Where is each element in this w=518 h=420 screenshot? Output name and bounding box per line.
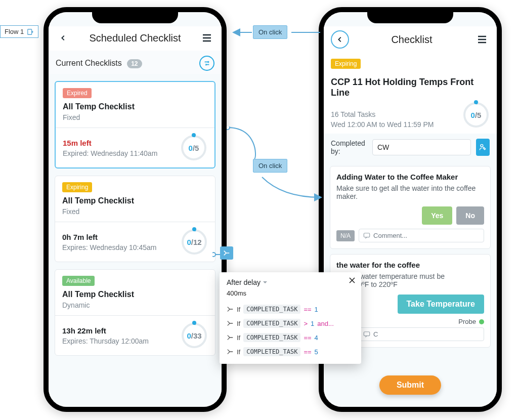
time-left: 15m left xyxy=(63,139,157,147)
svg-point-14 xyxy=(227,127,230,130)
user-edit-icon xyxy=(479,143,487,151)
condition-operator: > xyxy=(304,320,308,327)
condition-row[interactable]: If COMPLETED_TASK == 4 xyxy=(227,330,354,345)
comment-input[interactable]: C xyxy=(359,327,484,341)
task-card: Adding Water to the Coffee Maker Make su… xyxy=(330,166,491,249)
condition-variable: COMPLETED_TASK xyxy=(243,305,300,314)
checklist-title: CCP 11 Hot Holding Temps Front Line xyxy=(331,77,490,98)
submit-button[interactable]: Submit xyxy=(379,375,441,395)
chevron-left-icon xyxy=(60,34,67,41)
task-title: Adding Water to the Coffee Maker xyxy=(336,173,484,181)
comment-icon xyxy=(363,331,370,338)
annotation-on-click-top: On click xyxy=(253,25,287,39)
phone-notch xyxy=(92,11,178,23)
popover-title: After delay xyxy=(227,278,261,286)
close-icon xyxy=(349,277,356,284)
back-button[interactable] xyxy=(56,30,71,46)
phone-scheduled-checklist: Scheduled Checklist Current Checklists 1… xyxy=(44,7,227,412)
condition-value: 1 xyxy=(311,320,314,327)
yes-button[interactable]: Yes xyxy=(422,206,452,225)
expires-text: Expires: Thursday 12:00am xyxy=(62,337,149,345)
sliders-icon xyxy=(203,60,210,67)
checklist-card[interactable]: Expiring All Temp Checklist Fixed 0h 7m … xyxy=(55,176,215,262)
checklist-card[interactable]: Expired All Temp Checklist Fixed 15m lef… xyxy=(55,81,215,169)
flow-exit-icon xyxy=(27,28,34,35)
branch-icon xyxy=(227,334,234,341)
card-title: All Temp Checklist xyxy=(63,102,207,111)
hamburger-menu-button[interactable] xyxy=(474,32,490,47)
expires-text: Expired: Wednesday 11:40am xyxy=(63,149,157,157)
completed-by-input[interactable] xyxy=(372,139,471,155)
svg-rect-10 xyxy=(364,233,369,237)
condition-operator: == xyxy=(304,306,311,313)
annotation-on-click-mid: On click xyxy=(253,159,287,173)
condition-row[interactable]: If COMPLETED_TASK == 5 xyxy=(227,345,354,359)
hamburger-icon xyxy=(477,35,487,44)
edit-user-button[interactable] xyxy=(476,139,490,156)
filter-button[interactable] xyxy=(199,56,214,71)
condition-row[interactable]: If COMPLETED_TASK > 1 and... xyxy=(227,316,354,330)
card-title: All Temp Checklist xyxy=(62,196,208,205)
phone-notch xyxy=(367,11,453,23)
close-button[interactable] xyxy=(347,275,357,285)
chevron-down-icon xyxy=(263,280,268,285)
completed-by-label: Completed by: xyxy=(331,139,367,155)
hamburger-menu-button[interactable] xyxy=(199,30,214,46)
condition-variable: COMPLETED_TASK xyxy=(243,319,300,328)
task-description: Make sure to get all the water into the … xyxy=(336,184,484,200)
progress-ring: 0/12 xyxy=(181,228,208,256)
condition-operator: == xyxy=(304,348,311,356)
take-temperature-button[interactable]: Take Temperature xyxy=(398,295,484,314)
comment-input[interactable]: Comment... xyxy=(359,229,484,242)
svg-rect-11 xyxy=(364,331,369,335)
status-badge: Available xyxy=(62,276,95,286)
comment-icon xyxy=(363,232,370,239)
probe-label: Probe xyxy=(458,318,476,325)
branch-icon xyxy=(223,249,230,257)
condition-and: and... xyxy=(317,320,334,327)
page-title: Scheduled Checklist xyxy=(89,32,181,44)
branch-icon xyxy=(227,320,234,327)
status-badge: Expiring xyxy=(331,59,361,69)
section-heading: Current Checklists 12 xyxy=(56,59,142,68)
branch-connector-badge[interactable] xyxy=(220,246,233,260)
flow-label[interactable]: Flow 1 xyxy=(0,25,38,38)
svg-point-9 xyxy=(481,144,483,147)
checklist-card[interactable]: Available All Temp Checklist Dynamic 13h… xyxy=(55,269,215,356)
status-badge: Expired xyxy=(63,88,92,98)
condition-operator: == xyxy=(304,334,311,342)
na-button[interactable]: N/A xyxy=(336,230,355,241)
condition-variable: COMPLETED_TASK xyxy=(243,347,300,356)
progress-ring: 0/33 xyxy=(181,322,208,349)
card-subtitle: Dynamic xyxy=(62,301,208,309)
delay-popover: After delay 400ms If COMPLETED_TASK == 1… xyxy=(220,272,361,364)
task-title: the water for the coffee xyxy=(336,261,484,269)
chevron-left-icon xyxy=(336,36,343,43)
task-count: 16 Total Tasks xyxy=(331,110,434,118)
condition-value: 4 xyxy=(315,334,318,342)
branch-icon xyxy=(227,306,234,313)
progress-ring: 0/5 xyxy=(462,101,490,129)
condition-variable: COMPLETED_TASK xyxy=(243,333,300,342)
progress-ring: 0/5 xyxy=(180,134,207,161)
probe-status-dot xyxy=(479,319,484,324)
svg-point-16 xyxy=(212,253,215,257)
back-button[interactable] xyxy=(331,30,349,49)
card-subtitle: Fixed xyxy=(62,207,208,216)
count-badge: 12 xyxy=(127,59,142,68)
no-button[interactable]: No xyxy=(456,206,484,225)
section-label: Current Checklists xyxy=(56,59,122,67)
expires-text: Expires: Wednesday 10:45am xyxy=(62,243,157,251)
condition-value: 5 xyxy=(315,348,318,356)
time-left: 13h 22m left xyxy=(62,326,149,335)
status-badge: Expiring xyxy=(62,182,92,192)
topbar: Checklist xyxy=(324,26,497,54)
condition-row[interactable]: If COMPLETED_TASK == 1 xyxy=(227,302,354,316)
popover-delay-value: 400ms xyxy=(227,289,354,297)
condition-value: 1 xyxy=(315,306,318,313)
flow-label-text: Flow 1 xyxy=(5,28,24,35)
time-left: 0h 7m left xyxy=(62,233,157,241)
card-subtitle: Fixed xyxy=(63,113,207,121)
time-window: Wed 12:00 AM to Wed 11:59 PM xyxy=(331,120,434,129)
svg-rect-0 xyxy=(28,29,32,34)
